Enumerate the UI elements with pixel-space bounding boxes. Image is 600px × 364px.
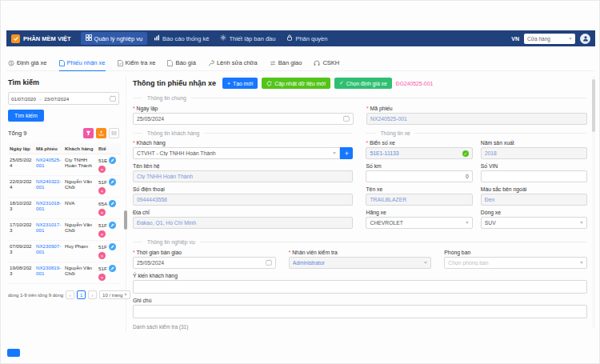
tab-cskh[interactable]: CSKH [314,59,339,71]
delete-row-button[interactable]: × [98,252,106,259]
next-page-button[interactable]: › [88,290,97,299]
ticket-code-link[interactable]: NX230819-001 [36,265,61,276]
tab-ban-giao[interactable]: Bàn giao [270,59,302,71]
results-table: Ngày lập Mã phiếu Khách hàng Biể 25/05/2… [8,143,121,284]
col-header-plate[interactable]: Biể [97,143,121,154]
plate-input[interactable]: 51E1-11133 ✓ [366,147,472,159]
col-header-customer[interactable]: Khách hàng [63,143,97,154]
tab-kiem-tra-xe[interactable]: Kiểm tra xe [118,59,156,71]
created-date-picker[interactable]: 25/05/2024 [133,113,354,125]
edit-row-button[interactable] [109,200,116,207]
date-from-value: 01/07/2020 [11,96,36,102]
column-settings-button[interactable] [109,128,119,138]
screen: PHẦN MỀM VIỆT Quản lý nghiệp vụ Báo cáo … [0,0,600,364]
ticket-code-link[interactable]: NX240322-001 [36,178,61,190]
delete-row-button[interactable]: × [98,187,106,194]
menu-item-thiet-lap-ban-dau[interactable]: Thiết lập ban đầu [215,32,280,45]
tab-lenh-sua-chua[interactable]: Lệnh sửa chữa [208,59,258,71]
search-button[interactable]: Tìm kiếm [8,110,44,122]
valuation-code-link[interactable]: ĐG240525-001 [396,81,433,86]
check-icon: ✓ [339,80,344,86]
edit-row-button[interactable] [109,222,116,229]
store-selector[interactable]: Cửa hàng [524,34,575,44]
search-panel: Tìm kiếm 01/07/2020 → 23/07/2024 Tìm kiế… [6,76,126,332]
km-input[interactable] [370,174,468,179]
pencil-icon [110,158,114,162]
table-row[interactable]: 07/09/2023 NX230907-001 Huy Phạm 51F× [8,241,121,262]
content-area: Tìm kiếm 01/07/2020 → 23/07/2024 Tìm kiế… [6,76,595,332]
update-button[interactable]: Cập nhật dữ liệu mới [262,78,330,89]
note-input[interactable] [137,309,583,314]
field-label: Thời gian bàn giao [133,250,276,255]
main-scrollbar-track[interactable] [592,76,595,329]
menu-item-bao-cao-thong-ke[interactable]: Báo cáo thống kê [149,32,214,45]
tab-dinh-gia-xe[interactable]: $ Định giá xe [8,59,47,71]
tab-label: Báo giá [175,59,195,66]
create-button[interactable]: + Tạo mới [222,78,258,89]
choose-valuation-button[interactable]: ✓ Chọn định giá xe [334,78,392,89]
ticket-code-link[interactable]: NX240525-001 [36,157,61,168]
model-select[interactable]: SUV [481,217,587,229]
cell-plate: 51F [98,266,107,271]
delete-row-button[interactable]: × [98,209,106,216]
table-row[interactable]: 17/10/2023 NX231017-001 Nguyễn Văn Chối … [8,219,121,241]
field-handover-time: Thời gian bàn giao 25/05/2024 [133,250,276,269]
col-header-date[interactable]: Ngày lập [8,143,34,154]
feedback-input[interactable] [137,284,583,290]
brand: PHẦN MỀM VIỆT [11,34,71,43]
field-department: Phòng ban Chọn phòng ban [444,250,587,269]
table-row[interactable]: 18/10/2023 NX231018-001 NVA 65A× [8,198,121,219]
delete-row-button[interactable]: × [98,274,106,281]
col-header-code[interactable]: Mã phiếu [34,143,63,154]
cell-date: 17/10/2023 [8,219,34,241]
ticket-code-link[interactable]: NX230907-001 [36,243,61,254]
handover-date-picker[interactable]: 25/05/2024 [133,257,276,269]
plate-value: 51E1-11133 [370,150,459,156]
field-label: Phòng ban [444,250,587,255]
section-customer: Thông tin khách hàng [133,130,353,136]
delete-row-button[interactable]: × [98,230,106,238]
field-phone: Số điện thoại 0944443558 [133,186,353,206]
prev-page-button[interactable]: ‹ [66,290,74,299]
brand-select[interactable]: CHEVROLET [366,217,472,229]
cell-customer: Nguyễn Văn Chối [63,176,97,198]
menu-item-phan-quyen[interactable]: Phân quyền [282,32,332,45]
contact-name-value: Cty TNHH Hoàn Thành [137,174,349,179]
edit-row-button[interactable] [109,243,116,250]
language-label[interactable]: VN [511,36,519,42]
ticket-code-link[interactable]: NX231017-001 [36,222,61,233]
add-customer-button[interactable]: + [340,147,353,159]
page-1-button[interactable]: 1 [77,290,86,299]
table-row[interactable]: 22/03/2024 NX240322-001 Nguyễn Văn Chối … [8,176,121,198]
cell-customer: Nguyễn Văn Chối [63,262,97,284]
floating-chat-button[interactable] [7,349,20,357]
inspector-select[interactable]: Administrator [289,257,432,269]
export-button[interactable] [96,128,106,138]
edit-row-button[interactable] [109,265,116,272]
field-address: Địa chỉ Đakao, Q1, Hồ Chí Minh [133,210,353,229]
tab-bao-gia[interactable]: Báo giá [167,59,195,71]
menu-item-quan-ly-nghiep-vu[interactable]: Quản lý nghiệp vụ [81,32,147,45]
filter-button[interactable] [83,128,94,138]
date-range-picker[interactable]: 01/07/2020 → 23/07/2024 [8,92,119,105]
edit-row-button[interactable] [109,157,116,164]
columns-icon [111,130,117,136]
table-row[interactable]: 19/08/2023 NX230819-001 Nguyễn Văn Chối … [8,262,121,284]
main-scrollbar-thumb[interactable] [592,79,595,132]
headset-icon [314,60,320,66]
cell-customer: Huy Phạm [63,241,97,262]
customer-select[interactable]: CTVHT - Cty TNHH Hoàn Thành [133,147,340,159]
close-icon: × [101,254,104,258]
tab-phieu-nhan-xe[interactable]: Phiếu nhận xe [59,59,106,71]
inspector-value: Administrator [293,260,422,266]
user-avatar[interactable] [580,34,590,44]
table-row[interactable]: 25/05/2024 NX240525-001 Cty TNHH Hoàn Th… [8,154,121,176]
ticket-form-panel: Thông tin phiếu nhận xe + Tạo mới Cập nh… [126,76,595,332]
department-select[interactable]: Chọn phòng ban [444,257,587,269]
ticket-code-link[interactable]: NX231018-001 [36,200,61,211]
table-tools [83,128,119,138]
vin-input[interactable] [485,174,583,179]
edit-row-button[interactable] [109,178,116,186]
delete-row-button[interactable]: × [98,166,106,173]
contact-name-input: Cty TNHH Hoàn Thành [133,170,353,182]
